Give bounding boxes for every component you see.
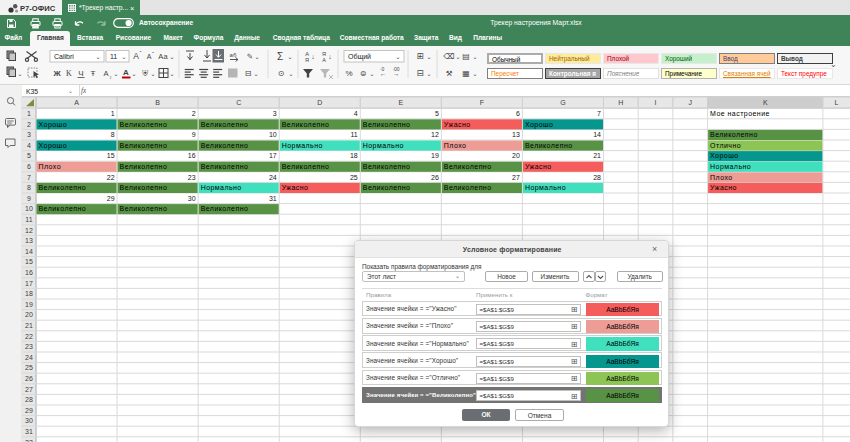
svg-text:Хорошо: Хорошо — [525, 121, 553, 129]
svg-text:⊟: ⊟ — [245, 69, 252, 78]
svg-text:Ужасно: Ужасно — [282, 184, 309, 191]
svg-text:⌫: ⌫ — [443, 52, 454, 61]
svg-text:27: 27 — [512, 174, 520, 181]
svg-text:K: K — [763, 99, 768, 106]
svg-text:А: А — [123, 68, 129, 77]
svg-text:13: 13 — [512, 131, 520, 138]
svg-text:K: K — [66, 69, 72, 78]
svg-text:А: А — [147, 53, 152, 60]
svg-text:Нормально: Нормально — [282, 142, 323, 150]
svg-text:Ужасно: Ужасно — [710, 184, 737, 191]
svg-text:А: А — [322, 57, 326, 63]
svg-text:22: 22 — [107, 174, 115, 181]
svg-text:11: 11 — [110, 53, 117, 60]
svg-text:⌄: ⌄ — [113, 71, 118, 77]
svg-text:▤: ▤ — [462, 52, 470, 61]
svg-text:15: 15 — [25, 258, 33, 265]
svg-text:Плохо: Плохо — [39, 163, 62, 170]
svg-text:20: 20 — [512, 152, 520, 159]
svg-text:27: 27 — [25, 386, 33, 393]
svg-text:Великолепно: Великолепно — [201, 142, 249, 149]
svg-text:⌄: ⌄ — [131, 71, 136, 77]
svg-text:↓: ↓ — [328, 53, 332, 60]
svg-text:J: J — [688, 99, 692, 106]
svg-text:Σ: Σ — [277, 51, 283, 62]
svg-text:21: 21 — [593, 152, 601, 159]
svg-text:B: B — [155, 99, 160, 106]
svg-text:Плохо: Плохо — [444, 142, 467, 149]
svg-text:⌄: ⌄ — [253, 71, 258, 77]
svg-text:7: 7 — [27, 174, 31, 181]
svg-text:12: 12 — [431, 131, 439, 138]
svg-text:30: 30 — [25, 417, 33, 424]
svg-text:14: 14 — [25, 248, 33, 255]
svg-text:·00: ·00 — [392, 66, 399, 72]
svg-text:2: 2 — [192, 110, 196, 117]
svg-text:₂: ₂ — [110, 73, 112, 79]
svg-text:Я: Я — [305, 57, 309, 63]
svg-text:↓: ↓ — [311, 53, 315, 60]
svg-text:Хорошо: Хорошо — [39, 121, 67, 129]
svg-text:Великолепно: Великолепно — [120, 142, 168, 149]
svg-text:Великолепно: Великолепно — [444, 163, 492, 170]
svg-text:D: D — [317, 99, 322, 106]
svg-text:6: 6 — [516, 110, 520, 117]
svg-text:Великолепно: Великолепно — [120, 163, 168, 170]
svg-text:10: 10 — [269, 131, 277, 138]
svg-text:⊞: ⊞ — [416, 51, 423, 61]
svg-text:I: I — [655, 99, 657, 106]
svg-text:Нормально: Нормально — [363, 142, 404, 150]
svg-text:Великолепно: Великолепно — [39, 184, 87, 191]
svg-text:Хорошо: Хорошо — [710, 152, 738, 160]
svg-text:Великолепно: Великолепно — [201, 163, 249, 170]
svg-text:9: 9 — [192, 131, 196, 138]
svg-text:Хорошо: Хорошо — [39, 142, 67, 150]
svg-text:Ужасно: Ужасно — [525, 163, 552, 170]
svg-text:7: 7 — [597, 110, 601, 117]
svg-text:25: 25 — [25, 364, 33, 371]
svg-text:⌄: ⌄ — [150, 71, 155, 77]
svg-text:1: 1 — [27, 110, 31, 117]
svg-text:Отлично: Отлично — [710, 142, 741, 149]
svg-text:⚒: ⚒ — [446, 69, 453, 78]
svg-text:·0: ·0 — [380, 66, 385, 72]
svg-text:C: C — [236, 99, 241, 106]
svg-text:26: 26 — [431, 174, 439, 181]
svg-text:Великолепно: Великолепно — [363, 121, 411, 128]
svg-text:A: A — [74, 99, 79, 106]
svg-text:ˆ: ˆ — [140, 50, 142, 56]
svg-text:23: 23 — [188, 174, 196, 181]
svg-text:4: 4 — [354, 110, 358, 117]
svg-text:30: 30 — [188, 195, 196, 202]
svg-text:H: H — [618, 99, 623, 106]
svg-text:13: 13 — [25, 237, 33, 244]
svg-text:Великолепно: Великолепно — [363, 163, 411, 170]
svg-text:Нормально: Нормально — [201, 184, 242, 192]
svg-text:Общий: Общий — [348, 53, 371, 61]
svg-text:Плохо: Плохо — [710, 174, 733, 181]
svg-text:⊟: ⊟ — [416, 68, 423, 78]
svg-text:6: 6 — [27, 163, 31, 170]
svg-text:⌄: ⌄ — [169, 54, 174, 60]
svg-text:⌄: ⌄ — [395, 54, 400, 60]
svg-text:⌄: ⌄ — [17, 71, 22, 77]
svg-text:14: 14 — [593, 131, 601, 138]
svg-text:4: 4 — [27, 142, 31, 149]
svg-text:12: 12 — [25, 227, 33, 234]
svg-text:⛨: ⛨ — [142, 69, 149, 78]
svg-text:Ужасно: Ужасно — [444, 121, 471, 128]
svg-text:Великолепно: Великолепно — [525, 142, 573, 149]
svg-text:Великолепно: Великолепно — [363, 184, 411, 191]
svg-text:16: 16 — [188, 152, 196, 159]
svg-text:18: 18 — [25, 290, 33, 297]
svg-text:Великолепно: Великолепно — [120, 121, 168, 128]
svg-text:31: 31 — [25, 428, 33, 435]
svg-text:▦: ▦ — [462, 69, 470, 78]
svg-text:⌄: ⌄ — [288, 71, 293, 77]
svg-text:Аа: Аа — [158, 52, 168, 61]
svg-text:18: 18 — [350, 152, 358, 159]
svg-text:⌄: ⌄ — [254, 54, 259, 60]
svg-text:⌄: ⌄ — [169, 71, 174, 77]
svg-text:8: 8 — [111, 131, 115, 138]
svg-text:28: 28 — [593, 174, 601, 181]
